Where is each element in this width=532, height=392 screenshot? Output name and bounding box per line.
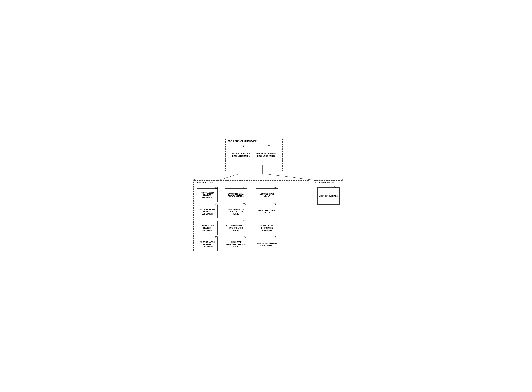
ref-209-curve <box>273 185 276 189</box>
ref-210-curve <box>273 202 276 205</box>
signature-device-label: SIGNATURE DEVICE <box>195 182 214 184</box>
box-205: ENCRYPTED DATA CREATION MEANS <box>225 188 247 202</box>
public-info-box: PUBLIC INFORMATION DISCLOSING MEANS <box>230 147 252 163</box>
ref-212-curve <box>273 235 276 238</box>
member-info-box: MEMBER INFORMATION DISCLOSING MEANS <box>255 147 277 163</box>
box-206: FIRST CONVERTED DATA CREATION MEANS <box>225 205 247 219</box>
svg-line-1 <box>215 173 240 181</box>
ref-1-curve <box>282 137 285 141</box>
ref-201-curve <box>214 185 218 189</box>
box-301: VERIFICATION MEANS <box>317 187 340 205</box>
ref-3-curve <box>341 177 344 181</box>
box-201: FIRST RANDOM NUMBER GENERATOR <box>197 188 218 202</box>
ref-101: 101 <box>242 145 245 147</box>
box-204: FOURTH RANDOM NUMBER GENERATOR <box>197 238 218 251</box>
ref-2-curve <box>193 177 196 181</box>
ref-206-curve <box>242 202 245 205</box>
box-211: CONFIDENTIAL INFORMATION STORAGE PART <box>256 221 278 235</box>
box-203: THIRD RANDOM NUMBER GENERATOR <box>197 221 218 235</box>
box-202: SECOND RANDOM NUMBER GENERATOR <box>197 205 218 219</box>
ref-202-curve <box>214 202 218 205</box>
ref-207-curve <box>242 218 245 222</box>
ref-208-curve <box>242 235 245 238</box>
svg-line-3 <box>263 173 323 181</box>
ref-203-curve <box>214 218 218 222</box>
diagram: GROUP MANAGEMENT DEVICE 1 PUBLIC INFORMA… <box>188 135 344 257</box>
ref-204-curve <box>214 235 218 238</box>
ref-102: 102 <box>267 145 270 147</box>
box-207: SECOND CONVERTED DATA CREATION MEANS <box>225 221 247 235</box>
verification-device-label: VERIFICATION DEVICE <box>315 182 336 184</box>
ref-205-curve <box>242 185 245 189</box>
box-208: KNOWLEDGE SIGNATURE CREATION MEANS <box>225 238 247 251</box>
box-210: SIGNATURE OUTPUT MEANS <box>256 205 278 219</box>
ref-301-curve <box>333 184 336 188</box>
box-212: MEMBER INFORMATION STORAGE PART <box>256 238 278 251</box>
ref-211-curve <box>273 218 276 222</box>
box-209: MESSAGE INPUT MEANS <box>256 188 278 202</box>
group-management-label: GROUP MANAGEMENT DEVICE <box>228 140 257 142</box>
